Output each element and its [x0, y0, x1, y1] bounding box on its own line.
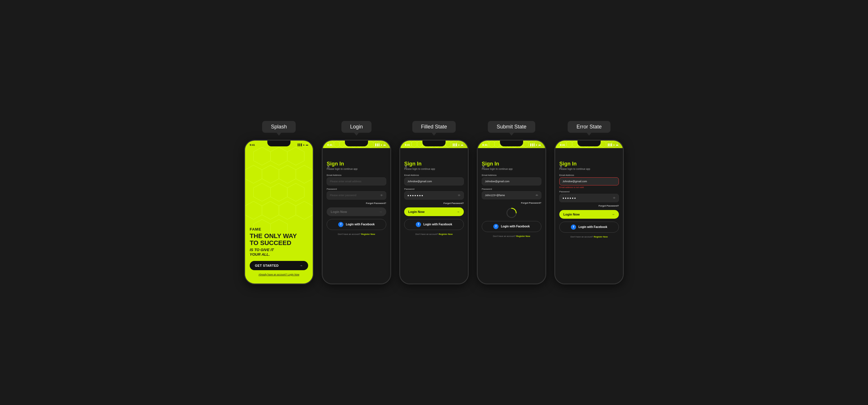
wifi-icon: ▲ [303, 144, 305, 146]
password-input[interactable]: Please enter password 👁 [327, 191, 386, 199]
splash-status-icons: ▐▐▐ ▲ ▬ [297, 144, 308, 146]
close-button[interactable]: ✕ [404, 164, 408, 169]
error-form-body: ✕ Sign In Please login to continue app E… [555, 156, 623, 242]
wifi-icon: ▲ [613, 144, 615, 146]
filled-screen-wrapper: Filled State [399, 121, 469, 284]
sign-in-subtitle: Please login to continue app [327, 167, 386, 170]
facebook-icon: f [571, 224, 576, 230]
splash-login-link[interactable]: Already have an account? Login Now [250, 273, 308, 279]
get-started-button[interactable]: GET STARTED → [250, 261, 308, 270]
wifi-icon: ▲ [380, 144, 382, 146]
login-status-icons: ▐▐▐ ▲ ▬ [374, 144, 386, 146]
splash-brand-text: FAME [250, 227, 308, 231]
facebook-login-button[interactable]: f Login with Facebook [404, 219, 464, 230]
signal-icon: ▐▐▐ [374, 144, 379, 146]
register-now-link[interactable]: Register Now [594, 236, 608, 238]
password-input[interactable]: ●●●●●● 👁 [559, 194, 619, 202]
facebook-icon: f [493, 224, 498, 229]
battery-icon: ▬ [538, 144, 541, 146]
login-now-button[interactable]: Login Now → [559, 210, 619, 219]
sign-in-title: Sign In [327, 161, 386, 167]
submit-status-icons: ▐▐▐ ▲ ▬ [529, 144, 541, 146]
login-now-button[interactable]: Login Now → [404, 208, 464, 216]
password-value: ●●●●●● [562, 196, 576, 199]
register-prompt: Don't have an account? Register Now [559, 236, 619, 239]
password-value: ●●●●●●● [407, 194, 424, 197]
sign-in-title: Sign In [482, 161, 541, 167]
facebook-login-button[interactable]: f Login with Facebook [482, 221, 541, 232]
eye-toggle-icon[interactable]: 👁 [613, 196, 616, 199]
facebook-login-label: Login with Facebook [346, 223, 374, 226]
wifi-icon: ▲ [535, 144, 537, 146]
close-button[interactable]: ✕ [327, 164, 330, 169]
sign-in-subtitle: Please login to continue app [404, 167, 464, 170]
splash-phone-screen: 9:41 ▐▐▐ ▲ ▬ FAME THE ONLY WAYTO SUCCEED… [245, 141, 313, 283]
email-input[interactable]: Johndoe@gmail.com [404, 177, 464, 185]
filled-time: 9:41 [405, 144, 410, 146]
loading-spinner-container [482, 207, 541, 219]
login-arrow-icon: → [379, 210, 382, 214]
password-field-label: Password [559, 190, 619, 193]
main-container: Splash [244, 121, 624, 284]
facebook-login-button[interactable]: f Login with Facebook [327, 219, 386, 230]
email-field-label: Email Address [327, 174, 386, 177]
wifi-icon: ▲ [458, 144, 460, 146]
splash-time: 9:41 [250, 144, 255, 146]
forgot-password-link[interactable]: Forgot Password? [404, 202, 464, 205]
email-input[interactable]: Johndoe@gmail.com [482, 177, 541, 185]
email-field-label: Email Address [482, 174, 541, 177]
password-input[interactable]: John123+@fame 👁 [482, 191, 541, 199]
email-field-label: Email Address [559, 174, 619, 177]
submit-phone: 9:41 ▐▐▐ ▲ ▬ ✕ Sign In Please login to c… [477, 140, 546, 284]
login-time: 9:41 [327, 144, 333, 146]
eye-toggle-icon[interactable]: 👁 [458, 194, 461, 197]
sign-in-title: Sign In [559, 161, 619, 167]
login-now-button[interactable]: Login Now → [327, 208, 386, 216]
error-time: 9:41 [560, 144, 565, 146]
email-input[interactable]: Johndoe@gmail.com [559, 177, 619, 185]
login-notch [345, 141, 368, 146]
filled-notch [423, 141, 445, 146]
close-button[interactable]: ✕ [559, 164, 563, 169]
battery-icon: ▬ [383, 144, 386, 146]
submit-notch [500, 141, 523, 146]
register-now-link[interactable]: Register Now [439, 233, 453, 236]
facebook-login-label: Login with Facebook [423, 223, 452, 226]
password-field-label: Password [327, 188, 386, 190]
filled-label: Filled State [412, 121, 456, 133]
eye-toggle-icon[interactable]: 👁 [380, 194, 383, 197]
facebook-icon: f [338, 222, 343, 227]
sign-in-subtitle: Please login to continue app [559, 167, 619, 170]
submit-time: 9:41 [482, 144, 488, 146]
forgot-password-link[interactable]: Forgot Password? [482, 201, 541, 204]
facebook-login-label: Login with Facebook [501, 225, 529, 228]
password-input[interactable]: ●●●●●●● 👁 [404, 191, 464, 199]
forgot-password-link[interactable]: Forgot Password? [327, 202, 386, 205]
facebook-icon: f [416, 222, 421, 227]
error-phone-screen: 9:41 ▐▐▐ ▲ ▬ ✕ Sign In Please login to c… [555, 141, 623, 283]
eye-slash-icon[interactable]: 👁 [535, 194, 538, 197]
close-button[interactable]: ✕ [482, 164, 485, 169]
login-now-label: Login Now [563, 213, 580, 216]
register-now-link[interactable]: Register Now [516, 235, 530, 238]
register-now-link[interactable]: Register Now [361, 233, 375, 236]
login-label: Login [341, 121, 372, 133]
email-input[interactable]: Please enter email address [327, 177, 386, 185]
register-prompt: Don't have an account? Register Now [482, 235, 541, 239]
battery-icon: ▬ [616, 144, 618, 146]
login-now-label: Login Now [331, 210, 347, 214]
splash-bottom-content: FAME THE ONLY WAYTO SUCCEED IS TO GIVE I… [245, 222, 313, 283]
filled-phone: 9:41 ▐▐▐ ▲ ▬ ✕ Sign In Please login to c… [399, 140, 469, 284]
register-prompt: Don't have an account? Register Now [404, 233, 464, 237]
splash-screen-wrapper: Splash [244, 121, 314, 284]
error-label: Error State [568, 121, 610, 133]
error-status-icons: ▐▐▐ ▲ ▬ [607, 144, 618, 146]
arrow-icon: → [300, 264, 303, 267]
submit-phone-screen: 9:41 ▐▐▐ ▲ ▬ ✕ Sign In Please login to c… [478, 141, 546, 283]
facebook-login-button[interactable]: f Login with Facebook [559, 222, 619, 232]
forgot-password-link[interactable]: Forgot Password? [559, 205, 619, 207]
error-notch [578, 141, 601, 146]
splash-notch [267, 141, 290, 146]
submit-form-body: ✕ Sign In Please login to continue app E… [478, 156, 546, 242]
battery-icon: ▬ [461, 144, 463, 146]
